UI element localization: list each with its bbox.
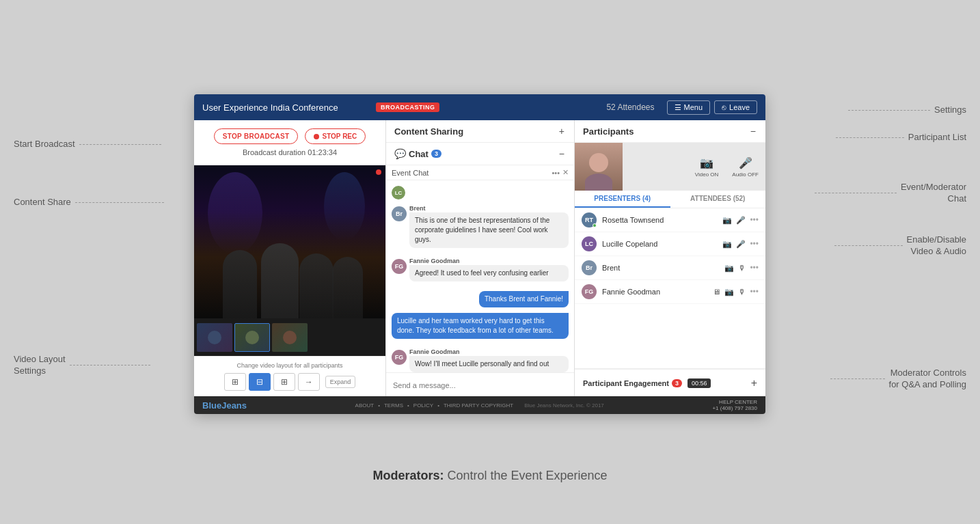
broadcasting-badge: BROADCASTING: [376, 102, 440, 112]
content-sharing-add-button[interactable]: +: [558, 126, 566, 137]
broadcast-duration: Broadcast duration 01:23:34: [243, 148, 337, 156]
thumb-person-1: [208, 331, 221, 344]
mic-btn-lucille[interactable]: 🎤: [736, 240, 746, 249]
broadcast-buttons: STOP BROADCAST STOP REC: [214, 128, 366, 144]
msg-avatar-fg2: FG: [392, 350, 407, 365]
layout-grid-button[interactable]: ⊟: [249, 373, 271, 391]
footer-terms: TERMS: [384, 402, 403, 409]
msg-content-fannie1: Fannie Goodman Agreed! It used to feel v…: [409, 258, 569, 281]
presenter-image: [575, 143, 623, 191]
menu-button[interactable]: ☰ Menu: [667, 100, 711, 115]
chat-message-fannie2: FG Fannie Goodman Wow! I'll meet Lucille…: [392, 348, 569, 372]
chat-more-button[interactable]: •••: [552, 168, 560, 177]
chat-title: Chat: [409, 149, 428, 159]
video-btn-fannie[interactable]: 📷: [724, 288, 734, 297]
participant-row-rosetta: RT Rosetta Townsend 📷 🎤 •••: [575, 208, 765, 232]
stop-broadcast-button[interactable]: STOP BROADCAST: [214, 128, 299, 144]
leave-button[interactable]: ⎋ Leave: [714, 100, 757, 114]
rec-dot-icon: [314, 134, 319, 139]
layout-arrow-button[interactable]: →: [298, 373, 320, 391]
avatar-brent: Br: [582, 260, 597, 275]
annotation-video-layout: Video LayoutSettings: [14, 354, 150, 377]
more-btn-fannie[interactable]: •••: [750, 287, 759, 297]
footer-copyright: Blue Jeans Network, Inc. © 2017: [524, 402, 604, 409]
tab-presenters[interactable]: PRESENTERS (4): [575, 191, 670, 208]
mic-btn-rosetta[interactable]: 🎤: [736, 216, 746, 225]
participants-header: Participants −: [575, 120, 765, 143]
layout-buttons: ⊞ ⊟ ⊞ → Expand: [201, 373, 379, 391]
footer-links: ABOUT • TERMS • POLICY • THIRD PARTY COP…: [355, 402, 604, 409]
controls-lucille: 📷 🎤 •••: [722, 239, 759, 249]
left-panel: STOP BROADCAST STOP REC Broadcast durati…: [194, 120, 386, 396]
msg-bubble-brent: This is one of the best representations …: [409, 212, 569, 248]
screen-btn-fannie[interactable]: 🖥: [713, 288, 720, 296]
leave-icon: ⎋: [722, 103, 726, 111]
chat-minimize-button[interactable]: −: [558, 148, 566, 159]
participant-row-fannie: FG Fannie Goodman 🖥 📷 🎙 •••: [575, 280, 765, 304]
expand-button[interactable]: Expand: [325, 376, 356, 388]
chat-header: 💬 Chat 3 −: [386, 143, 574, 165]
chat-channel-label: Event Chat: [392, 169, 428, 177]
more-btn-rosetta[interactable]: •••: [750, 215, 759, 225]
mic-btn-brent[interactable]: 🎙: [738, 264, 746, 272]
msg-avatar-br: Br: [392, 206, 407, 221]
video-btn-rosetta[interactable]: 📷: [722, 216, 732, 225]
menu-icon: ☰: [675, 103, 681, 112]
controls-brent: 📷 🎙 •••: [724, 263, 759, 273]
person-3: [299, 253, 334, 318]
online-dot-rosetta: [593, 223, 597, 227]
msg-content-brent: Brent This is one of the best representa…: [409, 205, 569, 248]
video-thumbnails: [194, 318, 385, 356]
video-on-label: Video ON: [695, 171, 719, 178]
app-footer: BlueJeans ABOUT • TERMS • POLICY • THIRD…: [194, 396, 765, 414]
mic-btn-fannie[interactable]: 🎙: [738, 288, 746, 296]
video-btn-lucille[interactable]: 📷: [722, 240, 732, 249]
chat-badge: 3: [431, 150, 441, 158]
footer-help-phone: +1 (408) 797 2830: [712, 405, 757, 411]
annotation-moderator-controls: Moderator Controlsfor Q&A and Polling: [830, 368, 966, 391]
more-btn-brent[interactable]: •••: [750, 263, 759, 273]
person-2: [261, 243, 299, 318]
layout-multi-icon: ⊞: [281, 377, 288, 387]
participant-row-brent: Br Brent 📷 🎙 •••: [575, 256, 765, 280]
broadcast-controls: STOP BROADCAST STOP REC Broadcast durati…: [194, 120, 385, 165]
thumbnail-1: [197, 323, 232, 352]
presenter-video-controls: 📷 Video ON 🎤 Audio OFF: [695, 156, 759, 178]
chat-input[interactable]: [393, 381, 567, 389]
presenter-preview: 📷 Video ON 🎤 Audio OFF: [575, 143, 765, 191]
avatar-fannie: FG: [582, 284, 597, 299]
video-controls: Change video layout for all participants…: [194, 356, 385, 396]
recording-indicator: [376, 169, 381, 175]
annotation-event-chat: Event/ModeratorChat: [815, 182, 966, 205]
stop-rec-button[interactable]: STOP REC: [305, 128, 366, 144]
msg-avatar-fg1: FG: [392, 259, 407, 274]
more-btn-lucille[interactable]: •••: [750, 239, 759, 249]
footer-help: HELP CENTER +1 (408) 797 2830: [712, 399, 757, 411]
engagement-add-button[interactable]: +: [751, 377, 757, 389]
footer-about: ABOUT: [355, 402, 375, 409]
audio-off-label: Audio OFF: [732, 171, 759, 178]
mic-off-icon: 🎤: [739, 156, 752, 169]
name-rosetta: Rosetta Townsend: [602, 216, 717, 224]
avatar-rosetta: RT: [582, 212, 597, 227]
chat-close-button[interactable]: ✕: [562, 168, 569, 177]
chat-icon: 💬: [394, 148, 406, 159]
video-btn-brent[interactable]: 📷: [724, 264, 734, 273]
participants-minimize-button[interactable]: −: [749, 126, 757, 137]
stage-light-left: [208, 172, 262, 254]
engagement-title: Participant Engagement: [583, 379, 669, 387]
msg-bubble-self2: Lucille and her team worked very hard to…: [392, 313, 569, 339]
thumbnail-2: [234, 323, 270, 352]
participant-list: RT Rosetta Townsend 📷 🎤 ••• LC L: [575, 208, 765, 368]
name-lucille: Lucille Copeland: [602, 240, 717, 248]
layout-arrow-icon: →: [305, 377, 313, 387]
layout-single-button[interactable]: ⊞: [224, 373, 246, 391]
layout-multi-button[interactable]: ⊞: [273, 373, 295, 391]
video-main: [194, 165, 385, 318]
video-on-control: 📷 Video ON: [695, 156, 719, 178]
tab-attendees[interactable]: ATTENDEES (52): [670, 191, 766, 208]
content-sharing-header: Content Sharing +: [386, 120, 574, 143]
engagement-timer: 00:56: [688, 378, 711, 388]
chat-channel-controls: ••• ✕: [552, 168, 569, 177]
footer-brand: BlueJeans: [202, 400, 247, 411]
